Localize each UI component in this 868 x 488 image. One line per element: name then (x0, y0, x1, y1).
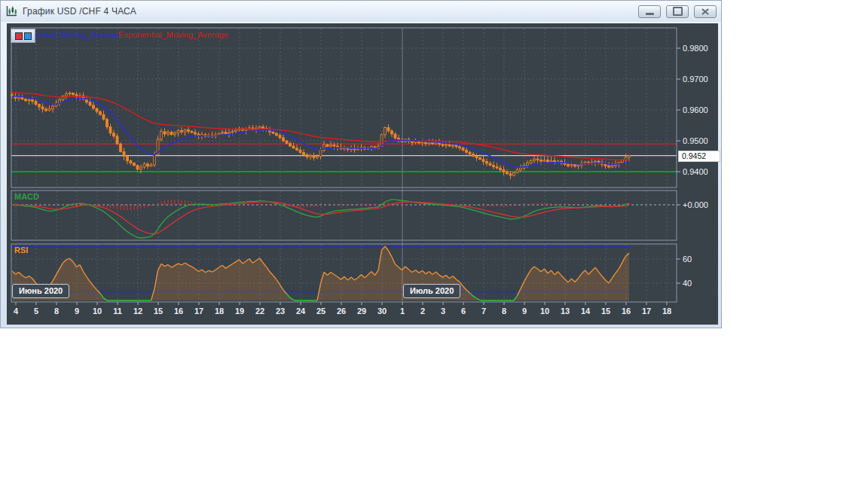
candle-body (469, 152, 471, 154)
candle-body (174, 133, 176, 134)
date-axis-label: 10 (535, 307, 555, 316)
rsi-axis-label-60: 60 (683, 255, 692, 264)
candle-body (594, 161, 597, 163)
price-axis-label: 0.9600 (683, 105, 708, 114)
macd-panel-label: MACD (14, 192, 39, 201)
date-axis-label: 16 (616, 307, 636, 316)
current-price-box: 0.9452 (678, 151, 720, 162)
candle-body (411, 141, 414, 142)
candle-body (547, 160, 549, 161)
candle-body (283, 138, 285, 141)
rsi-panel-label: RSI (14, 246, 28, 255)
candle-body (384, 127, 387, 134)
candle-body (258, 127, 261, 129)
close-button[interactable] (694, 5, 717, 18)
candle-body (276, 133, 278, 135)
chart-icon (5, 5, 18, 17)
candle-body (35, 102, 37, 105)
candle-body (123, 151, 125, 156)
date-axis-label: 11 (108, 307, 127, 316)
panel-border (11, 191, 677, 240)
candle-body (506, 172, 509, 173)
candle-body (306, 154, 308, 157)
date-axis-label: 10 (87, 307, 107, 316)
date-axis-label: 15 (148, 307, 168, 316)
date-axis-label: 17 (189, 307, 209, 316)
price-axis-label: 0.9400 (683, 167, 708, 176)
candle-body (445, 145, 448, 145)
date-axis-label: 9 (67, 307, 87, 316)
candle-body (286, 141, 288, 143)
restore-button[interactable] (666, 5, 689, 18)
candle-body (387, 127, 390, 131)
candle-body (466, 150, 468, 152)
window-titlebar[interactable]: График USD /CHF 4 ЧАСА (1, 1, 721, 22)
candle-body (319, 150, 322, 156)
candle-body (503, 170, 505, 172)
date-axis-label: 14 (576, 307, 595, 316)
candle-body (611, 166, 613, 167)
date-axis-label: 8 (47, 307, 66, 316)
candle-body (160, 132, 163, 139)
candle-body (500, 168, 502, 169)
candle-body (272, 132, 274, 133)
candle-body (225, 133, 227, 134)
macd-zero-axis-label: +0.000 (683, 200, 708, 209)
candle-body (147, 164, 149, 166)
candle-body (567, 164, 570, 166)
candle-body (89, 102, 91, 105)
date-axis-label: 18 (209, 307, 229, 316)
candle-body (72, 93, 75, 94)
price-chart-canvas[interactable] (7, 23, 718, 325)
date-axis-label: 15 (596, 307, 616, 316)
candle-body (550, 160, 552, 162)
candle-body (32, 99, 34, 101)
candle-body (133, 163, 136, 166)
candle-body (357, 149, 359, 150)
candle-body (448, 145, 451, 146)
date-axis-label: 8 (494, 307, 514, 316)
candle-body (188, 130, 190, 131)
date-axis-label: 2 (413, 307, 432, 316)
candle-body (513, 172, 515, 175)
candle-body (435, 142, 437, 144)
candle-body (41, 107, 44, 109)
candle-body (326, 145, 329, 146)
candle-body (66, 94, 68, 96)
candle-body (18, 97, 20, 99)
candle-body (143, 164, 145, 167)
candle-body (313, 156, 315, 158)
candle-body (191, 131, 193, 133)
candle-body (231, 131, 234, 133)
candle-body (194, 133, 197, 134)
date-axis-label: 16 (169, 307, 188, 316)
candle-body (120, 144, 122, 151)
candle-body (527, 163, 529, 166)
candle-body (228, 133, 231, 134)
candle-body (303, 153, 305, 155)
minimize-button[interactable] (638, 5, 661, 18)
candle-body (177, 130, 179, 133)
candle-body (140, 167, 142, 169)
date-axis-label: 7 (474, 307, 494, 316)
date-axis-label: 29 (352, 307, 371, 316)
candle-body (459, 147, 461, 148)
candle-body (330, 145, 332, 146)
candle-body (543, 160, 546, 161)
candle-body (628, 156, 631, 157)
candle-body (102, 114, 105, 119)
ema-red-toggle-button[interactable] (15, 32, 23, 40)
window-title: График USD /CHF 4 ЧАСА (23, 6, 136, 17)
date-axis-label: 30 (372, 307, 392, 316)
date-axis-label: 25 (311, 307, 331, 316)
candle-body (516, 170, 518, 172)
date-axis-label: 4 (6, 307, 26, 316)
date-axis-label: 19 (230, 307, 249, 316)
candle-body (381, 135, 383, 147)
ema-blue-toggle-button[interactable] (24, 32, 32, 40)
candle-body (299, 150, 301, 152)
candle-body (536, 159, 539, 160)
candle-body (570, 165, 573, 166)
candle-body (421, 142, 423, 143)
candle-body (540, 160, 542, 161)
